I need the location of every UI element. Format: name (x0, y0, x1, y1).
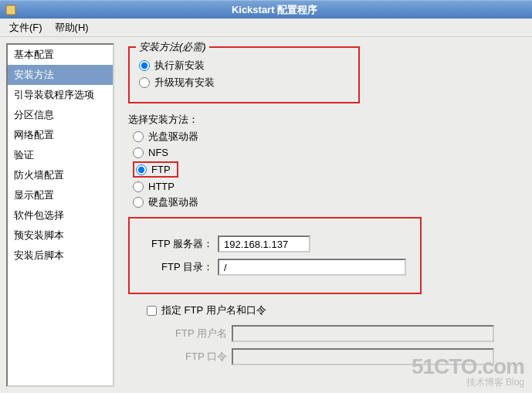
window-title: Kickstart 配置程序 (22, 3, 527, 17)
sidebar-item-install-method[interactable]: 安装方法 (8, 65, 113, 85)
ftp-pass-input (232, 348, 494, 365)
sidebar-item-basic[interactable]: 基本配置 (8, 45, 113, 65)
radio-ftp[interactable] (136, 164, 147, 175)
install-method-label: 选择安装方法： (128, 113, 521, 127)
ftp-server-input[interactable] (218, 235, 310, 252)
ftp-dir-label: FTP 目录： (144, 260, 213, 274)
titlebar: Kickstart 配置程序 (0, 0, 532, 19)
ftp-dir-input[interactable] (218, 259, 406, 276)
main-panel: 安装方法(必需) 执行新安装 升级现有安装 选择安装方法： 光盘驱动器 NFS (114, 37, 532, 393)
radio-http-row[interactable]: HTTP (133, 181, 521, 192)
ftp-dir-row: FTP 目录： (144, 259, 406, 276)
radio-new-install[interactable] (139, 60, 150, 71)
radio-new-install-label: 执行新安装 (154, 59, 205, 73)
radio-hd-row[interactable]: 硬盘驱动器 (133, 195, 521, 209)
radio-nfs-row[interactable]: NFS (133, 147, 521, 158)
ftp-pass-row: FTP 口令 (165, 348, 521, 365)
ftp-server-row: FTP 服务器： (144, 235, 406, 252)
ftp-settings-box: FTP 服务器： FTP 目录： (128, 217, 422, 294)
menubar: 文件(F) 帮助(H) (0, 19, 532, 37)
radio-upgrade-label: 升级现有安装 (154, 76, 215, 90)
radio-hd-label: 硬盘驱动器 (148, 195, 198, 209)
sidebar-item-packages[interactable]: 软件包选择 (8, 205, 113, 225)
sidebar: 基本配置 安装方法 引导装载程序选项 分区信息 网络配置 验证 防火墙配置 显示… (6, 43, 114, 387)
sidebar-item-auth[interactable]: 验证 (8, 145, 113, 165)
ftp-auth-checkbox[interactable] (147, 306, 157, 316)
install-method-list: 光盘驱动器 NFS FTP HTTP 硬盘驱动器 (133, 130, 521, 209)
sidebar-item-postscript[interactable]: 安装后脚本 (8, 246, 113, 266)
radio-cdrom-label: 光盘驱动器 (148, 130, 198, 144)
menu-file[interactable]: 文件(F) (3, 19, 49, 36)
sidebar-item-bootloader[interactable]: 引导装载程序选项 (8, 85, 113, 105)
sidebar-item-prescript[interactable]: 预安装脚本 (8, 225, 113, 246)
sidebar-item-partition[interactable]: 分区信息 (8, 105, 113, 125)
ftp-user-input (232, 325, 494, 342)
radio-ftp-row[interactable]: FTP (133, 161, 521, 178)
radio-nfs-label: NFS (148, 147, 168, 158)
sidebar-item-firewall[interactable]: 防火墙配置 (8, 165, 113, 185)
content: 基本配置 安装方法 引导装载程序选项 分区信息 网络配置 验证 防火墙配置 显示… (0, 37, 532, 393)
ftp-server-label: FTP 服务器： (144, 237, 213, 251)
install-type-legend: 安装方法(必需) (136, 40, 209, 54)
menu-help[interactable]: 帮助(H) (49, 19, 95, 36)
radio-cdrom-row[interactable]: 光盘驱动器 (133, 130, 521, 144)
svg-rect-0 (6, 5, 15, 15)
ftp-auth-fields: FTP 用户名 FTP 口令 (165, 325, 521, 365)
ftp-pass-label: FTP 口令 (165, 350, 227, 364)
radio-ftp-label: FTP (151, 164, 171, 175)
ftp-auth-check-row[interactable]: 指定 FTP 用户名和口令 (147, 303, 521, 317)
app-icon (5, 4, 17, 16)
sidebar-item-network[interactable]: 网络配置 (8, 125, 113, 145)
radio-upgrade[interactable] (139, 77, 150, 88)
ftp-auth-check-label: 指定 FTP 用户名和口令 (161, 303, 266, 317)
radio-cdrom[interactable] (133, 131, 144, 142)
radio-upgrade-row[interactable]: 升级现有安装 (139, 76, 346, 90)
sidebar-item-display[interactable]: 显示配置 (8, 185, 113, 205)
radio-http[interactable] (133, 181, 144, 192)
ftp-user-label: FTP 用户名 (165, 327, 227, 340)
radio-nfs[interactable] (133, 147, 144, 158)
radio-new-install-row[interactable]: 执行新安装 (139, 59, 346, 73)
radio-http-label: HTTP (148, 181, 175, 192)
radio-hd[interactable] (133, 197, 144, 208)
install-type-group: 安装方法(必需) 执行新安装 升级现有安装 (128, 46, 360, 103)
ftp-user-row: FTP 用户名 (165, 325, 521, 342)
